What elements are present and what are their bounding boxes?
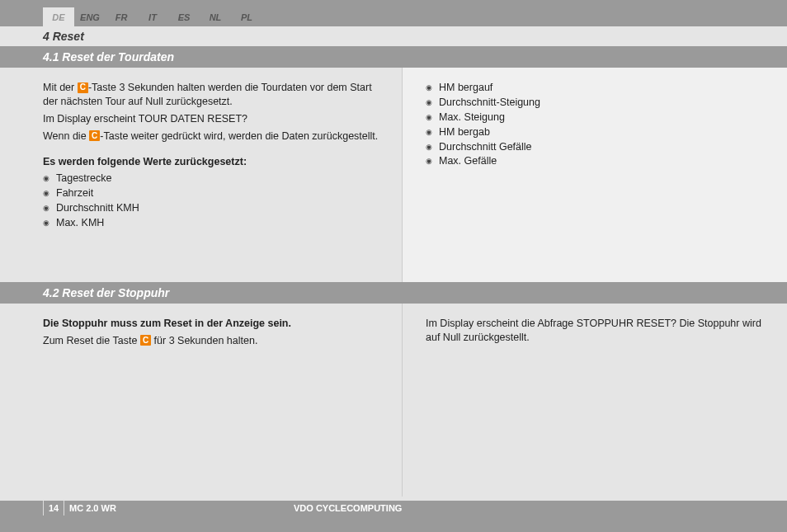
list-item: HM bergauf	[426, 81, 771, 95]
paragraph: Zum Reset die Taste C für 3 Sekunden hal…	[43, 334, 385, 348]
section-4-1-content: Mit der C-Taste 3 Sekunden halten werden…	[0, 68, 787, 282]
reset-values-list-left: TagestreckeFahrzeitDurchschnitt KMHMax. …	[43, 172, 385, 230]
c-key-icon: C	[140, 335, 151, 346]
reset-values-list-right: HM bergaufDurchschnitt-SteigungMax. Stei…	[426, 81, 771, 168]
lang-tab-nl[interactable]: NL	[200, 7, 231, 26]
section-4-1-title: 4.1 Reset der Tourdaten	[0, 46, 787, 68]
lang-tab-pl[interactable]: PL	[231, 7, 262, 26]
section-4-1-right-column: HM bergaufDurchschnitt-SteigungMax. Stei…	[403, 68, 787, 282]
text: Zum Reset die Taste	[43, 335, 140, 346]
chapter-title: 4 Reset	[0, 26, 787, 46]
footer-brand: VDO CYCLECOMPUTING	[294, 501, 402, 516]
paragraph: Im Display erscheint die Abfrage STOPPUH…	[426, 317, 771, 345]
section-4-2-right-column: Im Display erscheint die Abfrage STOPPUH…	[403, 304, 787, 497]
lang-tab-de[interactable]: DE	[43, 7, 74, 26]
list-item: Durchschnitt-Steigung	[426, 96, 771, 110]
page-number: 14	[43, 501, 64, 516]
text: Wenn die	[43, 130, 89, 142]
text: für 3 Sekunden halten.	[151, 335, 257, 346]
c-key-icon: C	[78, 82, 88, 93]
list-item: Max. KMH	[43, 216, 385, 230]
language-tabs: DEENGFRITESNLPL	[43, 0, 262, 26]
list-item: Fahrzeit	[43, 186, 385, 200]
lang-tab-it[interactable]: IT	[137, 7, 168, 26]
section-4-2-left-column: Die Stoppuhr muss zum Reset in der Anzei…	[0, 304, 403, 497]
list-item: Max. Steigung	[426, 111, 771, 125]
language-bar-strip: DEENGFRITESNLPL	[0, 0, 787, 26]
footer-model: MC 2.0 WR	[69, 501, 116, 516]
list-item: Durchschnitt Gefälle	[426, 140, 771, 154]
footer: 14 MC 2.0 WR VDO CYCLECOMPUTING	[0, 501, 787, 532]
list-item: Durchschnitt KMH	[43, 201, 385, 215]
lang-tab-es[interactable]: ES	[168, 7, 200, 26]
c-key-icon: C	[89, 130, 100, 141]
text: Mit der	[43, 82, 78, 93]
section-4-1-left-column: Mit der C-Taste 3 Sekunden halten werden…	[0, 68, 403, 282]
section-4-2-title: 4.2 Reset der Stoppuhr	[0, 282, 787, 304]
section-4-2-content: Die Stoppuhr muss zum Reset in der Anzei…	[0, 304, 787, 497]
paragraph: Mit der C-Taste 3 Sekunden halten werden…	[43, 81, 385, 109]
reset-values-heading: Es werden folgende Werte zurückgesetzt:	[43, 155, 385, 169]
text: -Taste 3 Sekunden halten werden die Tour…	[43, 82, 372, 107]
lang-tab-eng[interactable]: ENG	[74, 7, 106, 26]
list-item: Tagestrecke	[43, 172, 385, 186]
list-item: Max. Gefälle	[426, 154, 771, 168]
text: -Taste weiter gedrückt wird, werden die …	[100, 130, 378, 142]
paragraph: Im Display erscheint TOUR DATEN RESET?	[43, 112, 385, 126]
lang-tab-fr[interactable]: FR	[106, 7, 137, 26]
stopwatch-reset-heading: Die Stoppuhr muss zum Reset in der Anzei…	[43, 317, 385, 331]
paragraph: Wenn die C-Taste weiter gedrückt wird, w…	[43, 129, 385, 144]
list-item: HM bergab	[426, 125, 771, 139]
